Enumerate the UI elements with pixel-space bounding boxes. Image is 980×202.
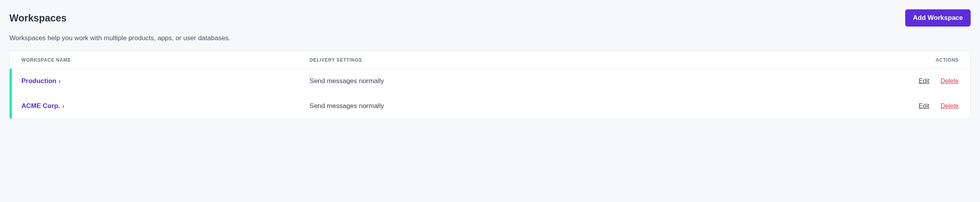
workspace-link-production[interactable]: Production › xyxy=(21,77,60,85)
delivery-setting: Send messages normally xyxy=(298,94,778,119)
add-workspace-button[interactable]: Add Workspace xyxy=(905,9,971,27)
active-indicator xyxy=(10,94,12,119)
edit-link[interactable]: Edit xyxy=(918,78,929,84)
workspace-name: ACME Corp. xyxy=(21,102,60,110)
table-row: ACME Corp. › Send messages normally Edit… xyxy=(10,94,970,119)
workspace-name: Production xyxy=(21,77,56,85)
chevron-right-icon: › xyxy=(62,103,64,109)
table-row: Production › Send messages normally Edit… xyxy=(10,69,970,94)
delete-link[interactable]: Delete xyxy=(941,103,959,109)
page-description: Workspaces help you work with multiple p… xyxy=(9,34,971,42)
chevron-right-icon: › xyxy=(59,78,61,84)
column-header-name: WORKSPACE NAME xyxy=(10,51,298,69)
workspace-link-acme[interactable]: ACME Corp. › xyxy=(21,102,64,110)
column-header-delivery: DELIVERY SETTINGS xyxy=(298,51,778,69)
edit-link[interactable]: Edit xyxy=(918,103,929,109)
active-indicator xyxy=(10,69,12,94)
delete-link[interactable]: Delete xyxy=(941,78,959,84)
page-title: Workspaces xyxy=(9,12,67,24)
workspaces-table: WORKSPACE NAME DELIVERY SETTINGS ACTIONS… xyxy=(9,51,971,119)
column-header-actions: ACTIONS xyxy=(778,51,970,69)
delivery-setting: Send messages normally xyxy=(298,69,778,94)
